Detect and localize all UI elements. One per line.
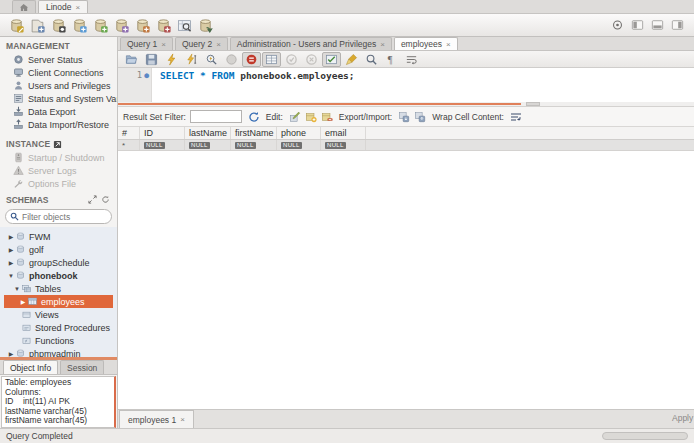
expand-arrow-icon[interactable]: ▶: [7, 259, 15, 266]
wrap-lines-icon[interactable]: [402, 52, 421, 67]
sidebar-item-options-file[interactable]: Options File: [0, 177, 117, 190]
import-records-icon[interactable]: [412, 110, 428, 124]
editor-tab-query-1[interactable]: Query 1×: [120, 37, 173, 50]
close-icon[interactable]: ×: [76, 3, 81, 12]
edit-record-icon[interactable]: [287, 110, 303, 124]
column-header-id[interactable]: ID: [140, 127, 185, 139]
line-number: 1: [137, 70, 142, 102]
new-table-icon[interactable]: [90, 17, 111, 34]
wrap-content-icon[interactable]: [508, 110, 524, 124]
sidebar-item-status-and-system-variables[interactable]: Status and System Variables: [0, 92, 117, 105]
stop-icon[interactable]: [222, 52, 241, 67]
expand-arrow-icon[interactable]: ▶: [7, 246, 15, 253]
sidebar-item-server-status[interactable]: Server Status: [0, 53, 117, 66]
execute-current-icon[interactable]: [182, 52, 201, 67]
save-script-icon[interactable]: [142, 52, 161, 67]
expand-arrow-icon[interactable]: ▶: [7, 350, 15, 357]
tree-item-fwm[interactable]: ▶FWM: [4, 230, 113, 243]
status-circle-icon[interactable]: [608, 18, 626, 32]
result-grid-body[interactable]: [118, 151, 694, 409]
new-procedure-icon[interactable]: [132, 17, 153, 34]
cell-email[interactable]: NULL: [321, 140, 366, 150]
sidebar-item-data-import-restore[interactable]: Data Import/Restore: [0, 118, 117, 131]
close-icon[interactable]: ×: [161, 40, 166, 49]
toggle-right-panel-icon[interactable]: [668, 18, 686, 32]
result-grid-new-row[interactable]: *NULLNULLNULLNULLNULL: [118, 140, 694, 151]
tab-object-info[interactable]: Object Info: [3, 360, 58, 374]
toggle-left-panel-icon[interactable]: [628, 18, 646, 32]
refresh-grid-icon[interactable]: [246, 110, 262, 124]
rollback-icon[interactable]: [302, 52, 321, 67]
null-badge: NULL: [325, 142, 346, 149]
stop-on-error-icon[interactable]: [242, 52, 261, 67]
tree-item-views[interactable]: Views: [4, 308, 113, 321]
delete-record-icon[interactable]: [319, 110, 335, 124]
add-record-icon[interactable]: [303, 110, 319, 124]
sql-code-editor[interactable]: 1 ● SELECT * FROM phonebook.employees;: [118, 68, 694, 102]
close-icon[interactable]: ×: [380, 40, 385, 49]
expand-schemas-icon[interactable]: [88, 195, 98, 205]
beautify-icon[interactable]: [342, 52, 361, 67]
tree-item-phpmyadmin[interactable]: ▶phpmyadmin: [4, 347, 113, 357]
cell-firstname[interactable]: NULL: [231, 140, 277, 150]
close-icon[interactable]: ×: [216, 40, 221, 49]
sidebar-item-users-and-privileges[interactable]: Users and Privileges: [0, 79, 117, 92]
column-header-lastname[interactable]: lastName: [185, 127, 231, 139]
result-tab-employees1[interactable]: employees 1 ×: [119, 410, 194, 428]
tree-item-groupschedule[interactable]: ▶groupSchedule: [4, 256, 113, 269]
column-header-firstname[interactable]: firstName: [231, 127, 277, 139]
tree-item-functions[interactable]: Functions: [4, 334, 113, 347]
editor-tab-administration-users-and-privileges[interactable]: Administration - Users and Privileges×: [230, 37, 392, 50]
editor-result-splitter[interactable]: [118, 102, 694, 106]
tab-session[interactable]: Session: [60, 360, 104, 374]
new-view-icon[interactable]: [111, 17, 132, 34]
search-table-data-icon[interactable]: [174, 17, 195, 34]
invisible-chars-icon[interactable]: ¶: [382, 52, 401, 67]
commit-icon[interactable]: [282, 52, 301, 67]
column-header-phone[interactable]: phone: [277, 127, 321, 139]
editor-tab-employees[interactable]: employees×: [394, 37, 458, 50]
cell-lastname[interactable]: NULL: [185, 140, 231, 150]
explain-icon[interactable]: [202, 52, 221, 67]
new-query-tab-icon[interactable]: [6, 17, 27, 34]
sidebar-item-client-connections[interactable]: Client Connections: [0, 66, 117, 79]
tree-item-stored-procedures[interactable]: Stored Procedures: [4, 321, 113, 334]
expand-arrow-icon[interactable]: ▶: [7, 233, 15, 240]
tree-item-employees[interactable]: ▶employees: [4, 295, 113, 308]
limit-rows-icon[interactable]: [262, 52, 281, 67]
apply-button[interactable]: Apply: [668, 413, 694, 423]
home-tab[interactable]: [12, 0, 36, 13]
schema-filter-input[interactable]: [22, 212, 107, 222]
reconnect-dbms-icon[interactable]: [195, 17, 216, 34]
sidebar-item-server-logs[interactable]: Server Logs: [0, 164, 117, 177]
new-function-icon[interactable]: [153, 17, 174, 34]
cell-phone[interactable]: NULL: [277, 140, 321, 150]
open-sql-script-icon[interactable]: [27, 17, 48, 34]
column-header-rownum[interactable]: #: [118, 127, 140, 139]
new-connection-icon[interactable]: [48, 17, 69, 34]
result-filter-input[interactable]: [190, 110, 242, 123]
connection-tab-linode[interactable]: Linode ×: [38, 0, 88, 13]
expand-arrow-icon[interactable]: ▶: [19, 298, 27, 305]
find-icon[interactable]: [362, 52, 381, 67]
sidebar-item-data-export[interactable]: Data Export: [0, 105, 117, 118]
close-icon[interactable]: ×: [180, 415, 185, 424]
sidebar-item-startup-shutdown[interactable]: Startup / Shutdown: [0, 151, 117, 164]
collapse-arrow-icon[interactable]: ▼: [13, 286, 21, 292]
toggle-bottom-panel-icon[interactable]: [648, 18, 666, 32]
refresh-schemas-icon[interactable]: [101, 195, 111, 205]
new-schema-icon[interactable]: [69, 17, 90, 34]
column-header-email[interactable]: email: [321, 127, 366, 139]
close-icon[interactable]: ×: [446, 40, 451, 49]
editor-tab-query-2[interactable]: Query 2×: [175, 37, 228, 50]
tree-item-tables[interactable]: ▼Tables: [4, 282, 113, 295]
autocommit-icon[interactable]: [322, 52, 341, 67]
open-script-icon[interactable]: [122, 52, 141, 67]
tree-item-golf[interactable]: ▶golf: [4, 243, 113, 256]
execute-icon[interactable]: [162, 52, 181, 67]
export-recordset-icon[interactable]: [396, 110, 412, 124]
collapse-arrow-icon[interactable]: ▼: [7, 273, 15, 279]
tree-item-phonebook[interactable]: ▼phonebook: [4, 269, 113, 282]
horizontal-scrollbar[interactable]: [602, 432, 688, 440]
cell-id[interactable]: NULL: [140, 140, 185, 150]
